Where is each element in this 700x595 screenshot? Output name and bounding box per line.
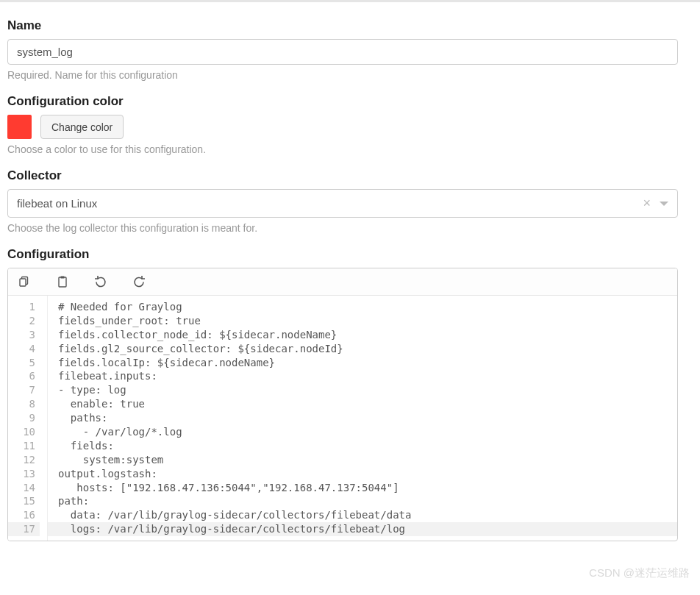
configuration-group: Configuration [7,247,678,541]
color-help: Choose a color to use for this configura… [7,143,678,155]
line-number: 5 [8,356,40,370]
color-label: Configuration color [7,94,678,109]
line-number: 9 [8,411,40,425]
line-number: 13 [8,467,40,481]
line-number: 2 [8,314,40,328]
code-line[interactable]: fields.gl2_source_collector: ${sidecar.n… [48,342,677,356]
collector-value: filebeat on Linux [17,197,638,210]
name-group: Name Required. Name for this configurati… [7,18,678,81]
code-line[interactable]: fields.collector_node_id: ${sidecar.node… [48,328,677,342]
collector-select[interactable]: filebeat on Linux × [7,189,678,218]
config-form: Name Required. Name for this configurati… [0,2,685,563]
configuration-label: Configuration [7,247,678,262]
code-area[interactable]: 1234567891011121314151617 # Needed for G… [8,296,677,541]
line-number: 4 [8,342,40,356]
svg-rect-1 [20,279,26,286]
svg-rect-3 [61,277,65,279]
code-line[interactable]: logs: /var/lib/graylog-sidecar/collector… [48,522,677,536]
clear-icon[interactable]: × [638,196,655,211]
line-number: 7 [8,383,40,397]
name-label: Name [7,18,678,33]
code-line[interactable]: output.logstash: [48,467,677,481]
code-line[interactable]: system:system [48,453,677,467]
code-line[interactable]: fields_under_root: true [48,314,677,328]
code-line[interactable]: hosts: ["192.168.47.136:5044","192.168.4… [48,481,677,495]
code-line[interactable]: - /var/log/*.log [48,425,677,439]
editor-toolbar [8,268,677,296]
copy-icon[interactable] [18,276,30,288]
line-number: 10 [8,425,40,439]
code-lines[interactable]: # Needed for Graylogfields_under_root: t… [48,296,677,541]
paste-icon[interactable] [57,276,68,288]
svg-rect-2 [59,277,66,287]
redo-icon[interactable] [133,276,145,288]
line-number: 6 [8,369,40,383]
collector-label: Collector [7,168,678,183]
code-line[interactable]: data: /var/lib/graylog-sidecar/collector… [48,508,677,522]
line-number: 12 [8,453,40,467]
color-group: Configuration color Change color Choose … [7,94,678,155]
line-gutter: 1234567891011121314151617 [8,296,48,541]
line-number: 8 [8,397,40,411]
undo-icon[interactable] [95,276,107,288]
code-line[interactable]: - type: log [48,383,677,397]
code-line[interactable]: enable: true [48,397,677,411]
line-number: 16 [8,508,40,522]
name-input[interactable] [7,39,678,65]
line-number: 14 [8,481,40,495]
change-color-button[interactable]: Change color [40,115,124,139]
chevron-down-icon[interactable] [660,202,668,206]
collector-help: Choose the log collector this configurat… [7,222,678,234]
line-number: 17 [8,522,40,536]
code-line[interactable]: fields: [48,439,677,453]
code-line[interactable]: paths: [48,411,677,425]
code-line[interactable]: fields.localIp: ${sidecar.nodeName} [48,356,677,370]
code-line[interactable]: filebeat.inputs: [48,369,677,383]
collector-group: Collector filebeat on Linux × Choose the… [7,168,678,234]
color-swatch[interactable] [7,115,32,139]
name-help: Required. Name for this configuration [7,69,678,81]
line-number: 1 [8,300,40,314]
code-line[interactable]: path: [48,494,677,508]
line-number: 15 [8,494,40,508]
line-number: 11 [8,439,40,453]
line-number: 3 [8,328,40,342]
code-editor: 1234567891011121314151617 # Needed for G… [7,268,678,541]
code-line[interactable]: # Needed for Graylog [48,300,677,314]
